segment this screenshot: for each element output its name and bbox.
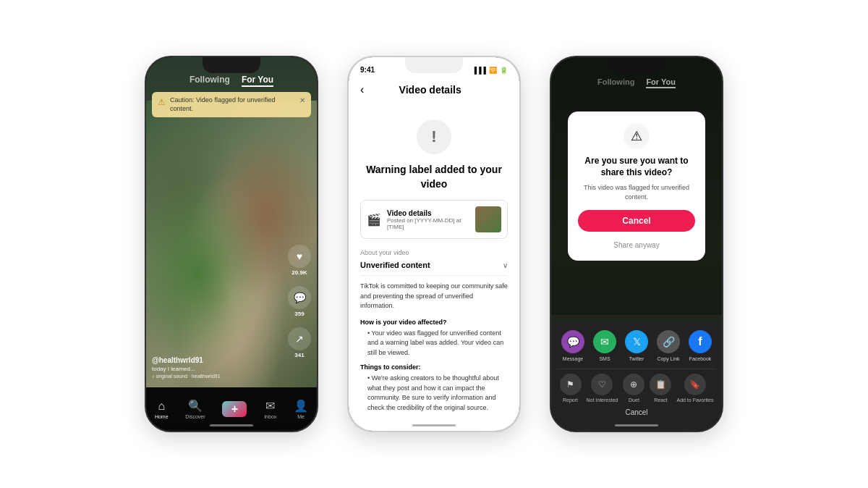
twitter-icon: 𝕏 — [625, 330, 648, 353]
nav-me-label: Me — [297, 414, 305, 419]
react-icon: 📋 — [650, 374, 671, 395]
dialog-cancel-button[interactable]: Cancel — [578, 210, 695, 232]
action-duet[interactable]: ⊕ Duet — [623, 374, 644, 403]
like-count: 20.9K — [292, 269, 307, 276]
details-header: ‹ Video details — [349, 77, 519, 102]
nav-inbox-label: Inbox — [264, 414, 276, 419]
share-message[interactable]: 💬 Message — [561, 330, 584, 361]
back-button[interactable]: ‹ — [360, 83, 364, 96]
bullet-2: We're asking creators to be thoughtful a… — [360, 374, 508, 413]
tab-following[interactable]: Following — [190, 75, 230, 87]
copy-link-label: Copy Link — [657, 356, 679, 361]
twitter-label: Twitter — [629, 356, 644, 361]
caution-text: Caution: Video flagged for unverified co… — [170, 96, 295, 113]
action-add-favorites[interactable]: 🔖 Add to Favorites — [676, 374, 713, 403]
action-report[interactable]: ⚑ Report — [560, 374, 582, 403]
signal-icon: ▐▐▐ — [472, 67, 486, 74]
sound-label: ♪ original sound · healthwrld91 — [152, 374, 221, 379]
like-icon: ♥ — [288, 245, 311, 268]
phone-1: Following For You ⚠ Caution: Video flagg… — [145, 56, 318, 432]
dialog-overlay: ⚠ Are you sure you want to share this vi… — [551, 57, 722, 315]
sheet-cancel-button[interactable]: Cancel — [557, 408, 716, 416]
details-page-title: Video details — [370, 84, 490, 96]
comment-action[interactable]: 💬 359 — [288, 286, 311, 317]
feed-topbar: Following For You — [146, 75, 317, 87]
video-description: today I learned... — [152, 366, 221, 372]
react-label: React — [654, 397, 667, 403]
nav-me[interactable]: 👤 Me — [294, 399, 308, 419]
phone-2-screen: 9:41 ▐▐▐ 🛜 🔋 ‹ Video details ! Warning l… — [349, 57, 519, 431]
dropdown-unverified[interactable]: Unverified content ∨ — [360, 261, 508, 276]
dialog-title: Are you sure you want to share this vide… — [578, 155, 695, 180]
copy-link-icon: 🔗 — [657, 330, 680, 353]
tab-for-you[interactable]: For You — [242, 75, 273, 87]
nav-home-label: Home — [155, 414, 169, 419]
phone-1-notch — [203, 57, 260, 73]
sms-label: SMS — [599, 356, 610, 361]
nav-discover[interactable]: 🔍 Discover — [185, 399, 205, 419]
share-count: 341 — [294, 352, 304, 358]
caution-warning-icon: ⚠ — [158, 97, 166, 107]
home-icon: ⌂ — [158, 400, 165, 413]
caution-banner: ⚠ Caution: Video flagged for unverified … — [152, 92, 311, 117]
report-label: Report — [563, 397, 578, 403]
dialog-warning-icon: ⚠ — [624, 123, 650, 149]
share-twitter[interactable]: 𝕏 Twitter — [625, 330, 648, 361]
share-actions-row: ⚑ Report ♡ Not Interested ⊕ Duet 📋 React… — [557, 369, 716, 403]
share-sms[interactable]: ✉ SMS — [593, 330, 616, 361]
phone-2: 9:41 ▐▐▐ 🛜 🔋 ‹ Video details ! Warning l… — [347, 56, 521, 432]
phone-3-screen: Following For You 💬 Message ✉ SMS 𝕏 Twit… — [551, 57, 722, 431]
dropdown-label: Unverified content — [360, 261, 430, 269]
dialog-share-anyway-button[interactable]: Share anyway — [578, 238, 695, 252]
comment-count: 359 — [294, 311, 304, 317]
share-facebook[interactable]: f Facebook — [689, 330, 712, 361]
things-to-consider-heading: Things to consider: — [360, 363, 508, 371]
warning-title: Warning label added to your video — [360, 163, 508, 191]
share-apps-row: 💬 Message ✉ SMS 𝕏 Twitter 🔗 Copy Link f — [557, 330, 716, 361]
action-not-interested[interactable]: ♡ Not Interested — [587, 374, 618, 403]
section-label: About your video — [360, 249, 508, 256]
action-react[interactable]: 📋 React — [650, 374, 671, 403]
not-interested-label: Not Interested — [587, 397, 618, 403]
wifi-icon: 🛜 — [489, 67, 497, 74]
phone-1-screen: Following For You ⚠ Caution: Video flagg… — [146, 57, 317, 431]
caution-close-icon[interactable]: ✕ — [299, 96, 305, 104]
phone-2-notch — [405, 57, 463, 73]
duet-icon: ⊕ — [623, 374, 644, 395]
share-copy-link[interactable]: 🔗 Copy Link — [657, 330, 680, 361]
home-indicator-2 — [412, 424, 456, 426]
comment-icon: 💬 — [288, 286, 311, 309]
details-content: ! Warning label added to your video 🎬 Vi… — [349, 108, 519, 416]
exclamation-icon: ! — [431, 127, 436, 146]
nav-home[interactable]: ⌂ Home — [155, 400, 169, 419]
video-card-info: Video details Posted on [YYYY-MM-DD] at … — [387, 209, 469, 230]
home-indicator-1 — [210, 424, 253, 426]
nav-create[interactable]: + — [222, 401, 247, 417]
favorites-icon: 🔖 — [684, 374, 706, 395]
like-action[interactable]: ♥ 20.9K — [288, 245, 311, 276]
video-card-date: Posted on [YYYY-MM-DD] at [TIME] — [387, 217, 469, 230]
facebook-icon: f — [689, 330, 712, 353]
share-icon: ↗ — [288, 327, 311, 350]
nav-inbox[interactable]: ✉ Inbox — [264, 399, 276, 419]
bullet-1: Your video was flagged for unverified co… — [360, 329, 508, 358]
message-icon: 💬 — [561, 330, 584, 353]
video-thumbnail — [475, 206, 501, 232]
body-text: TikTok is committed to keeping our commu… — [360, 282, 508, 311]
report-icon: ⚑ — [560, 374, 582, 395]
me-icon: 👤 — [294, 399, 308, 413]
nav-discover-label: Discover — [185, 414, 205, 419]
how-affected-heading: How is your video affected? — [360, 319, 508, 326]
feed-user-info: @healthwrld91 today I learned... ♪ origi… — [152, 356, 221, 379]
phone-3: Following For You 💬 Message ✉ SMS 𝕏 Twit… — [550, 56, 723, 432]
warning-circle-icon: ! — [417, 119, 451, 154]
status-icons: ▐▐▐ 🛜 🔋 — [472, 67, 508, 74]
chevron-down-icon: ∨ — [503, 261, 508, 269]
share-action[interactable]: ↗ 341 — [288, 327, 311, 358]
home-indicator-3 — [615, 424, 658, 426]
duet-label: Duet — [629, 397, 639, 403]
video-camera-icon: 🎬 — [367, 213, 381, 227]
share-dialog: ⚠ Are you sure you want to share this vi… — [568, 112, 705, 261]
not-interested-icon: ♡ — [591, 374, 613, 395]
video-card[interactable]: 🎬 Video details Posted on [YYYY-MM-DD] a… — [360, 200, 508, 239]
